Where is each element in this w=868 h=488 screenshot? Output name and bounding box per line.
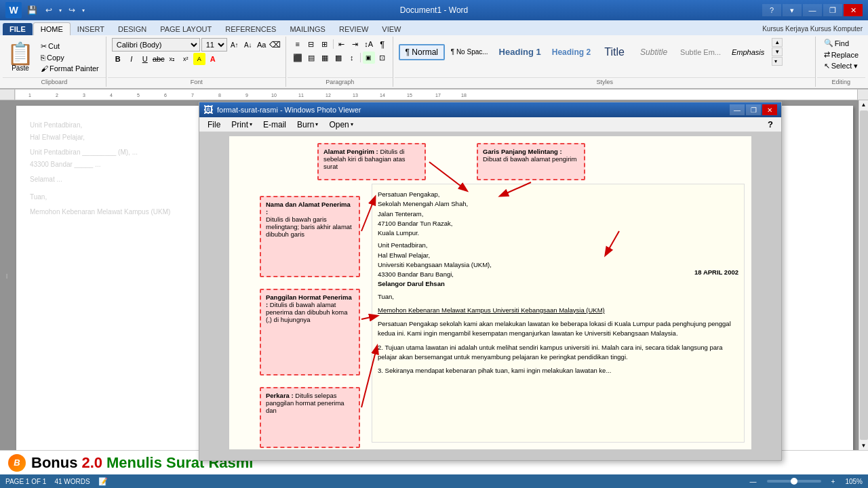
vertical-scrollbar[interactable]: ▲ ▼ xyxy=(859,100,868,450)
style-title[interactable]: Title xyxy=(597,43,632,61)
pv-close-btn[interactable]: ✕ xyxy=(762,104,777,115)
find-icon: 🔍 xyxy=(824,39,833,47)
restore-btn[interactable]: ❐ xyxy=(823,4,842,16)
letter-diagram: Alamat Pengirim : Ditulis di sebelah kir… xyxy=(229,136,751,449)
grow-font-btn[interactable]: A↑ xyxy=(229,39,241,51)
tab-design[interactable]: DESIGN xyxy=(111,23,153,35)
pv-help-btn[interactable]: ? xyxy=(764,118,777,131)
clear-format-btn[interactable]: ⌫ xyxy=(269,39,281,51)
styles-scroll-up[interactable]: ▲ ▼ ▾ xyxy=(772,38,783,66)
help-btn[interactable]: ? xyxy=(762,4,781,16)
pv-minimize-btn[interactable]: — xyxy=(730,104,745,115)
svg-text:7: 7 xyxy=(191,93,194,98)
close-btn[interactable]: ✕ xyxy=(844,4,863,16)
increase-indent-btn[interactable]: ⇥ xyxy=(349,38,361,50)
subscript-btn[interactable]: x₂ xyxy=(166,53,178,65)
select-btn[interactable]: ↖ Select ▾ xyxy=(821,61,861,71)
window-controls: ? ▾ — ❐ ✕ xyxy=(762,4,863,16)
ann-nama-alamat-penerima: Nama dan Alamat Penerima :Ditulis di baw… xyxy=(260,196,360,277)
justify-btn[interactable]: ▩ xyxy=(332,52,344,64)
style-emphasis[interactable]: Emphasis xyxy=(727,45,769,59)
font-size-select[interactable]: 11 xyxy=(201,38,227,52)
replace-icon: ⇄ xyxy=(824,50,830,59)
align-center-btn[interactable]: ▤ xyxy=(305,52,317,64)
multilevel-btn[interactable]: ⊞ xyxy=(319,38,331,50)
replace-btn[interactable]: ⇄ Replace xyxy=(821,49,861,60)
show-marks-btn[interactable]: ¶ xyxy=(376,38,389,50)
style-heading2[interactable]: Heading 2 xyxy=(547,45,595,60)
zoom-slider[interactable] xyxy=(767,480,821,483)
font-name-select[interactable]: Calibri (Body) xyxy=(112,38,200,52)
bonus-prefix: Bonus xyxy=(31,454,77,472)
style-normal-label: ¶ Normal xyxy=(404,47,439,57)
svg-text:5: 5 xyxy=(137,93,140,98)
underline-btn[interactable]: U xyxy=(139,53,151,65)
select-label: Select ▾ xyxy=(831,62,859,70)
text-highlight-btn[interactable]: A xyxy=(193,53,205,65)
pv-menu-file[interactable]: File xyxy=(203,119,224,131)
vertical-ruler-toggle[interactable]: | xyxy=(6,272,7,279)
editing-group: 🔍 Find ⇄ Replace ↖ Select ▾ Editing xyxy=(817,37,865,87)
format-painter-btn[interactable]: 🖌 Format Painter xyxy=(38,64,102,73)
style-subtle-em[interactable]: Subtle Em... xyxy=(675,45,726,59)
tab-file[interactable]: FILE xyxy=(3,23,33,35)
editing-group-label: Editing xyxy=(817,77,865,85)
pv-menu-print[interactable]: Print▾ xyxy=(227,119,256,131)
qat-save-btn[interactable]: 💾 xyxy=(24,4,40,16)
zoom-in-btn[interactable]: + xyxy=(829,478,837,485)
superscript-btn[interactable]: x² xyxy=(180,53,192,65)
tab-insert[interactable]: INSERT xyxy=(71,23,111,35)
align-left-btn[interactable]: ⬛ xyxy=(292,52,304,64)
tab-view[interactable]: VIEW xyxy=(375,23,408,35)
svg-text:9: 9 xyxy=(245,93,248,98)
style-no-space[interactable]: ¶ No Spac... xyxy=(446,45,493,58)
change-case-btn[interactable]: Aa xyxy=(256,39,268,51)
strikethrough-btn[interactable]: abc xyxy=(153,53,165,65)
tab-references[interactable]: REFERENCES xyxy=(218,23,283,35)
shrink-font-btn[interactable]: A↓ xyxy=(242,39,254,51)
ribbon-collapse-btn[interactable]: ▾ xyxy=(783,4,802,16)
qat-redo-btn[interactable]: ↪ xyxy=(66,4,78,16)
tab-page-layout[interactable]: PAGE LAYOUT xyxy=(153,23,218,35)
tab-home[interactable]: HOME xyxy=(33,22,71,35)
align-right-btn[interactable]: ▦ xyxy=(319,52,331,64)
font-group-label: Font xyxy=(108,77,285,85)
user-name: Kursus Kerjaya Kursus Komputer xyxy=(757,22,868,35)
cut-btn[interactable]: ✂ Cut xyxy=(38,41,102,52)
decrease-indent-btn[interactable]: ⇤ xyxy=(336,38,348,50)
borders-btn[interactable]: ⊡ xyxy=(376,52,389,64)
style-heading1[interactable]: Heading 1 xyxy=(494,44,546,60)
qat-customize-btn[interactable]: ▾ xyxy=(81,6,86,15)
paragraph-group-label: Paragraph xyxy=(288,77,393,85)
find-btn[interactable]: 🔍 Find xyxy=(821,38,861,48)
tab-review[interactable]: REVIEW xyxy=(332,23,375,35)
pv-menu-burn[interactable]: Burn▾ xyxy=(293,119,322,131)
sort-btn[interactable]: ↕A xyxy=(363,38,375,50)
style-emphasis-label: Emphasis xyxy=(732,48,764,56)
pv-menu-email[interactable]: E-mail xyxy=(259,119,290,131)
line-spacing-btn[interactable]: ↕ xyxy=(346,52,358,64)
numbering-btn[interactable]: ⊟ xyxy=(305,38,317,50)
tab-mailings[interactable]: MAILINGS xyxy=(283,23,332,35)
shading-btn[interactable]: ▣ xyxy=(363,52,375,64)
copy-btn[interactable]: ⎘ Copy xyxy=(38,53,102,62)
italic-btn[interactable]: I xyxy=(125,53,138,65)
font-color-btn[interactable]: A xyxy=(207,53,219,65)
paste-btn[interactable]: 📋 Paste xyxy=(4,41,37,73)
photo-viewer-body[interactable]: Alamat Pengirim : Ditulis di sebelah kir… xyxy=(199,132,781,460)
svg-text:8: 8 xyxy=(218,93,221,98)
pv-menu-open[interactable]: Open▾ xyxy=(325,119,357,131)
svg-text:1: 1 xyxy=(28,93,31,98)
zoom-out-btn[interactable]: — xyxy=(748,478,759,485)
zoom-level: 105% xyxy=(845,478,863,485)
bullets-btn[interactable]: ≡ xyxy=(292,38,304,50)
qat-undo-dropdown[interactable]: ▾ xyxy=(58,6,63,15)
minimize-btn[interactable]: — xyxy=(803,4,822,16)
bold-btn[interactable]: B xyxy=(112,53,124,65)
style-subtitle[interactable]: Subtitle xyxy=(633,45,674,60)
bonus-icon: B xyxy=(8,454,26,472)
pv-restore-btn[interactable]: ❐ xyxy=(746,104,761,115)
style-normal[interactable]: ¶ Normal xyxy=(399,44,445,60)
qat-undo-btn[interactable]: ↩ xyxy=(43,4,55,16)
style-heading1-label: Heading 1 xyxy=(499,47,541,57)
